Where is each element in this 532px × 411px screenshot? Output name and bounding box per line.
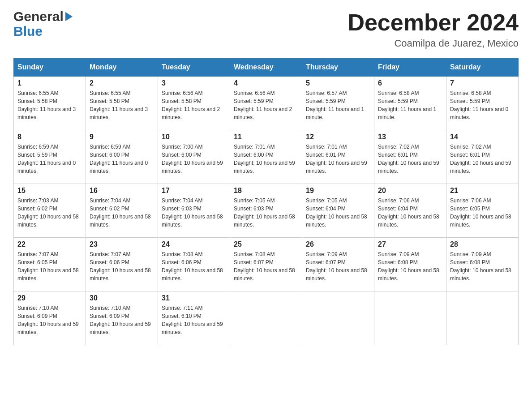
calendar-day-cell: 31 Sunrise: 7:11 AM Sunset: 6:10 PM Dayl… xyxy=(158,291,230,345)
calendar-day-cell: 9 Sunrise: 6:59 AM Sunset: 6:00 PM Dayli… xyxy=(86,130,158,184)
logo-general-text: General xyxy=(13,9,64,24)
calendar-day-cell: 12 Sunrise: 7:01 AM Sunset: 6:01 PM Dayl… xyxy=(302,130,374,184)
calendar-week-row: 1 Sunrise: 6:55 AM Sunset: 5:58 PM Dayli… xyxy=(14,76,519,130)
day-info: Sunrise: 6:57 AM Sunset: 5:59 PM Dayligh… xyxy=(306,89,370,121)
day-number: 19 xyxy=(306,187,370,195)
calendar-week-row: 15 Sunrise: 7:03 AM Sunset: 6:02 PM Dayl… xyxy=(14,184,519,237)
day-info: Sunrise: 6:59 AM Sunset: 5:59 PM Dayligh… xyxy=(17,143,82,175)
day-number: 13 xyxy=(378,133,442,141)
day-info: Sunrise: 7:11 AM Sunset: 6:10 PM Dayligh… xyxy=(162,304,226,336)
day-info: Sunrise: 7:04 AM Sunset: 6:02 PM Dayligh… xyxy=(90,197,154,229)
day-info: Sunrise: 7:05 AM Sunset: 6:03 PM Dayligh… xyxy=(234,197,298,229)
logo-triangle-icon xyxy=(65,12,73,21)
day-number: 23 xyxy=(90,240,154,248)
day-number: 14 xyxy=(450,133,515,141)
day-info: Sunrise: 6:55 AM Sunset: 5:58 PM Dayligh… xyxy=(17,89,82,121)
calendar-day-cell: 30 Sunrise: 7:10 AM Sunset: 6:09 PM Dayl… xyxy=(86,291,158,345)
day-info: Sunrise: 7:10 AM Sunset: 6:09 PM Dayligh… xyxy=(90,304,154,336)
logo-blue-text: Blue xyxy=(13,24,73,39)
day-info: Sunrise: 7:07 AM Sunset: 6:05 PM Dayligh… xyxy=(17,250,82,283)
calendar-day-cell: 29 Sunrise: 7:10 AM Sunset: 6:09 PM Dayl… xyxy=(14,291,86,345)
day-info: Sunrise: 7:03 AM Sunset: 6:02 PM Dayligh… xyxy=(17,197,82,229)
day-number: 20 xyxy=(378,187,442,195)
day-info: Sunrise: 7:06 AM Sunset: 6:04 PM Dayligh… xyxy=(378,197,442,229)
calendar-day-cell: 25 Sunrise: 7:08 AM Sunset: 6:07 PM Dayl… xyxy=(230,237,302,291)
day-number: 10 xyxy=(162,133,226,141)
day-info: Sunrise: 6:59 AM Sunset: 6:00 PM Dayligh… xyxy=(90,143,154,175)
day-number: 15 xyxy=(17,187,82,195)
day-number: 2 xyxy=(90,79,154,87)
day-number: 30 xyxy=(90,294,154,302)
header-wednesday: Wednesday xyxy=(230,59,302,77)
day-number: 26 xyxy=(306,240,370,248)
logo-line1: General xyxy=(13,9,73,24)
day-info: Sunrise: 7:09 AM Sunset: 6:08 PM Dayligh… xyxy=(450,250,515,283)
calendar-week-row: 22 Sunrise: 7:07 AM Sunset: 6:05 PM Dayl… xyxy=(14,237,519,291)
calendar-day-cell: 11 Sunrise: 7:01 AM Sunset: 6:00 PM Dayl… xyxy=(230,130,302,184)
day-number: 7 xyxy=(450,79,515,87)
header-thursday: Thursday xyxy=(302,59,374,77)
day-number: 28 xyxy=(450,240,515,248)
calendar-day-cell: 1 Sunrise: 6:55 AM Sunset: 5:58 PM Dayli… xyxy=(14,76,86,130)
calendar-day-cell xyxy=(302,291,374,345)
calendar-day-cell: 18 Sunrise: 7:05 AM Sunset: 6:03 PM Dayl… xyxy=(230,184,302,237)
calendar-day-cell: 28 Sunrise: 7:09 AM Sunset: 6:08 PM Dayl… xyxy=(446,237,519,291)
calendar-day-cell: 14 Sunrise: 7:02 AM Sunset: 6:01 PM Dayl… xyxy=(446,130,519,184)
calendar-day-cell: 5 Sunrise: 6:57 AM Sunset: 5:59 PM Dayli… xyxy=(302,76,374,130)
calendar-week-row: 8 Sunrise: 6:59 AM Sunset: 5:59 PM Dayli… xyxy=(14,130,519,184)
day-number: 27 xyxy=(378,240,442,248)
day-info: Sunrise: 7:09 AM Sunset: 6:07 PM Dayligh… xyxy=(306,250,370,283)
day-info: Sunrise: 7:10 AM Sunset: 6:09 PM Dayligh… xyxy=(17,304,82,336)
day-number: 18 xyxy=(234,187,298,195)
day-info: Sunrise: 6:58 AM Sunset: 5:59 PM Dayligh… xyxy=(450,89,515,121)
day-info: Sunrise: 7:04 AM Sunset: 6:03 PM Dayligh… xyxy=(162,197,226,229)
header-monday: Monday xyxy=(86,59,158,77)
calendar-table: Sunday Monday Tuesday Wednesday Thursday… xyxy=(13,58,519,345)
calendar-day-cell: 10 Sunrise: 7:00 AM Sunset: 6:00 PM Dayl… xyxy=(158,130,230,184)
calendar-day-cell: 7 Sunrise: 6:58 AM Sunset: 5:59 PM Dayli… xyxy=(446,76,519,130)
page-header: General Blue December 2024 Coamilpa de J… xyxy=(13,9,519,49)
day-number: 22 xyxy=(17,240,82,248)
day-info: Sunrise: 7:02 AM Sunset: 6:01 PM Dayligh… xyxy=(450,143,515,175)
day-info: Sunrise: 7:06 AM Sunset: 6:05 PM Dayligh… xyxy=(450,197,515,229)
calendar-day-cell xyxy=(230,291,302,345)
calendar-day-cell: 16 Sunrise: 7:04 AM Sunset: 6:02 PM Dayl… xyxy=(86,184,158,237)
calendar-day-cell: 27 Sunrise: 7:09 AM Sunset: 6:08 PM Dayl… xyxy=(374,237,446,291)
calendar-day-cell: 6 Sunrise: 6:58 AM Sunset: 5:59 PM Dayli… xyxy=(374,76,446,130)
calendar-day-cell: 26 Sunrise: 7:09 AM Sunset: 6:07 PM Dayl… xyxy=(302,237,374,291)
day-info: Sunrise: 7:08 AM Sunset: 6:06 PM Dayligh… xyxy=(162,250,226,283)
calendar-day-cell: 13 Sunrise: 7:02 AM Sunset: 6:01 PM Dayl… xyxy=(374,130,446,184)
day-number: 31 xyxy=(162,294,226,302)
day-number: 5 xyxy=(306,79,370,87)
month-title: December 2024 xyxy=(348,9,519,36)
day-number: 1 xyxy=(17,79,82,87)
calendar-day-cell xyxy=(446,291,519,345)
day-number: 3 xyxy=(162,79,226,87)
day-info: Sunrise: 7:09 AM Sunset: 6:08 PM Dayligh… xyxy=(378,250,442,283)
calendar-day-cell: 21 Sunrise: 7:06 AM Sunset: 6:05 PM Dayl… xyxy=(446,184,519,237)
day-info: Sunrise: 7:02 AM Sunset: 6:01 PM Dayligh… xyxy=(378,143,442,175)
header-friday: Friday xyxy=(374,59,446,77)
calendar-day-cell: 4 Sunrise: 6:56 AM Sunset: 5:59 PM Dayli… xyxy=(230,76,302,130)
day-number: 21 xyxy=(450,187,515,195)
day-info: Sunrise: 6:56 AM Sunset: 5:58 PM Dayligh… xyxy=(162,89,226,121)
calendar-day-cell: 20 Sunrise: 7:06 AM Sunset: 6:04 PM Dayl… xyxy=(374,184,446,237)
day-number: 29 xyxy=(17,294,82,302)
day-number: 12 xyxy=(306,133,370,141)
location-text: Coamilpa de Juarez, Mexico xyxy=(348,38,519,49)
calendar-day-cell: 22 Sunrise: 7:07 AM Sunset: 6:05 PM Dayl… xyxy=(14,237,86,291)
calendar-day-cell: 17 Sunrise: 7:04 AM Sunset: 6:03 PM Dayl… xyxy=(158,184,230,237)
day-number: 6 xyxy=(378,79,442,87)
day-number: 25 xyxy=(234,240,298,248)
day-info: Sunrise: 7:05 AM Sunset: 6:04 PM Dayligh… xyxy=(306,197,370,229)
calendar-header-row: Sunday Monday Tuesday Wednesday Thursday… xyxy=(14,59,519,77)
calendar-day-cell: 19 Sunrise: 7:05 AM Sunset: 6:04 PM Dayl… xyxy=(302,184,374,237)
day-info: Sunrise: 6:58 AM Sunset: 5:59 PM Dayligh… xyxy=(378,89,442,121)
title-block: December 2024 Coamilpa de Juarez, Mexico xyxy=(348,9,519,49)
day-info: Sunrise: 6:56 AM Sunset: 5:59 PM Dayligh… xyxy=(234,89,298,121)
day-info: Sunrise: 7:00 AM Sunset: 6:00 PM Dayligh… xyxy=(162,143,226,175)
day-number: 9 xyxy=(90,133,154,141)
calendar-day-cell: 24 Sunrise: 7:08 AM Sunset: 6:06 PM Dayl… xyxy=(158,237,230,291)
day-info: Sunrise: 7:08 AM Sunset: 6:07 PM Dayligh… xyxy=(234,250,298,283)
day-number: 17 xyxy=(162,187,226,195)
